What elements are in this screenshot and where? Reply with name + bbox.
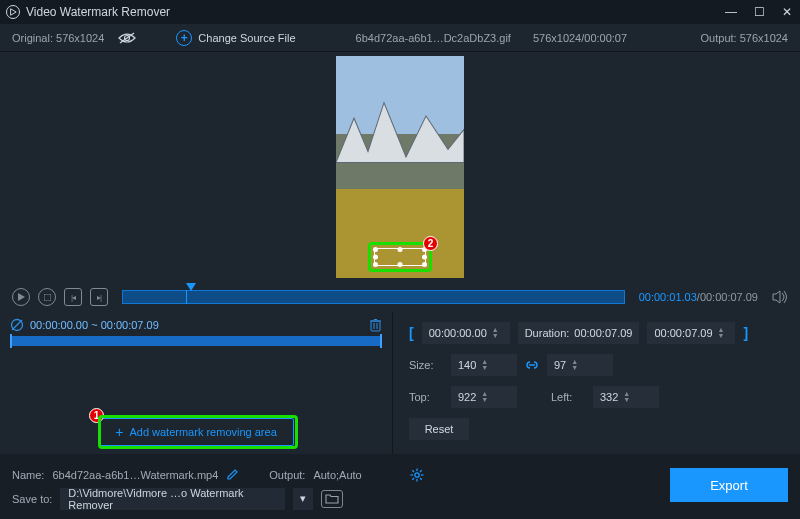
volume-icon[interactable] <box>772 290 788 304</box>
timeline-scrubber[interactable] <box>122 290 625 304</box>
size-label: Size: <box>409 359 443 371</box>
watermark-list-pane: 00:00:00.00 ~ 00:00:07.09 1 + Add waterm… <box>0 312 393 454</box>
annotation-badge-1: 1 <box>89 408 104 423</box>
step-forward-button[interactable]: ▸| <box>90 288 108 306</box>
height-field[interactable]: 97 ▲▼ <box>547 354 613 376</box>
change-source-button[interactable]: + Change Source File <box>176 30 295 46</box>
duration-label: Duration: <box>525 327 570 339</box>
preview-frame[interactable]: 2 <box>336 56 464 278</box>
svg-line-20 <box>412 470 414 472</box>
svg-rect-6 <box>44 294 51 301</box>
save-path-dropdown[interactable]: ▾ <box>293 488 313 510</box>
stop-button[interactable] <box>38 288 56 306</box>
left-label: Left: <box>551 391 585 403</box>
edit-name-icon[interactable] <box>226 468 239 481</box>
titlebar: Video Watermark Remover — ☐ ✕ <box>0 0 800 24</box>
watermark-track[interactable] <box>10 336 382 346</box>
left-field[interactable]: 332 ▲▼ <box>593 386 659 408</box>
top-field[interactable]: 922 ▲▼ <box>451 386 517 408</box>
transport-bar: |◂ ▸| 00:00:01.03/00:00:07.09 <box>0 282 800 312</box>
set-start-bracket[interactable]: [ <box>409 325 414 341</box>
output-format: Auto;Auto <box>313 469 361 481</box>
aspect-lock-icon[interactable] <box>525 359 539 371</box>
playhead-line <box>186 290 187 304</box>
set-end-bracket[interactable]: ] <box>743 325 748 341</box>
watermark-selection[interactable] <box>374 248 426 266</box>
svg-line-21 <box>420 478 422 480</box>
plus-icon: + <box>115 424 123 440</box>
source-dims-duration: 576x1024/00:00:07 <box>533 32 627 44</box>
output-label: Output: <box>269 469 305 481</box>
reset-button[interactable]: Reset <box>409 418 469 440</box>
end-time-field[interactable]: 00:00:07.09 ▲▼ <box>647 322 735 344</box>
time-readout: 00:00:01.03/00:00:07.09 <box>639 291 758 303</box>
resize-handle-tc[interactable] <box>398 247 403 252</box>
add-watermark-area-button[interactable]: + Add watermark removing area <box>99 418 294 446</box>
preview-area: 2 <box>0 52 800 282</box>
resize-handle-bc[interactable] <box>398 262 403 267</box>
export-button[interactable]: Export <box>670 468 788 502</box>
close-button[interactable]: ✕ <box>780 5 794 19</box>
resize-handle-br[interactable] <box>422 262 427 267</box>
annotation-badge-2: 2 <box>423 236 438 251</box>
save-path-field[interactable]: D:\Vidmore\Vidmore …o Watermark Remover <box>60 488 285 510</box>
resize-handle-bl[interactable] <box>373 262 378 267</box>
svg-marker-7 <box>773 291 780 303</box>
svg-line-23 <box>412 478 414 480</box>
watermark-time-range: 00:00:00.00 ~ 00:00:07.09 <box>30 319 159 331</box>
browse-folder-button[interactable] <box>321 490 343 508</box>
maximize-button[interactable]: ☐ <box>752 5 766 19</box>
footer: Name: 6b4d72aa-a6b1…Watermark.mp4 Output… <box>0 454 800 519</box>
delete-watermark-button[interactable] <box>369 318 382 332</box>
duration-field[interactable]: Duration:00:00:07.09 <box>518 322 640 344</box>
original-dimensions: Original: 576x1024 <box>12 32 104 44</box>
minimize-button[interactable]: — <box>724 5 738 19</box>
parameters-pane: [ 00:00:00.00 ▲▼ Duration:00:00:07.09 00… <box>393 312 800 454</box>
svg-point-15 <box>415 472 419 476</box>
svg-marker-3 <box>336 103 464 163</box>
saveto-label: Save to: <box>12 493 52 505</box>
start-time-spinner[interactable]: ▲▼ <box>492 327 499 339</box>
width-spinner[interactable]: ▲▼ <box>481 359 488 371</box>
app-logo-icon <box>6 5 20 19</box>
watermark-area-icon <box>10 318 24 332</box>
output-settings-icon[interactable] <box>410 468 424 482</box>
svg-rect-10 <box>371 321 380 331</box>
height-spinner[interactable]: ▲▼ <box>571 359 578 371</box>
svg-line-22 <box>420 470 422 472</box>
left-spinner[interactable]: ▲▼ <box>623 391 630 403</box>
info-bar: Original: 576x1024 + Change Source File … <box>0 24 800 52</box>
playhead-icon[interactable] <box>186 283 196 291</box>
output-name: 6b4d72aa-a6b1…Watermark.mp4 <box>52 469 218 481</box>
watermark-entry[interactable]: 00:00:00.00 ~ 00:00:07.09 <box>10 318 382 332</box>
name-label: Name: <box>12 469 44 481</box>
app-title: Video Watermark Remover <box>26 5 170 19</box>
change-source-label: Change Source File <box>198 32 295 44</box>
resize-handle-tl[interactable] <box>373 247 378 252</box>
preview-toggle-icon[interactable] <box>118 32 136 44</box>
resize-handle-ml[interactable] <box>373 255 378 260</box>
source-filename: 6b4d72aa-a6b1…Dc2aDbZ3.gif <box>356 32 511 44</box>
plus-circle-icon: + <box>176 30 192 46</box>
add-area-label: Add watermark removing area <box>129 426 276 438</box>
top-spinner[interactable]: ▲▼ <box>481 391 488 403</box>
resize-handle-mr[interactable] <box>422 255 427 260</box>
width-field[interactable]: 140 ▲▼ <box>451 354 517 376</box>
step-back-button[interactable]: |◂ <box>64 288 82 306</box>
end-time-spinner[interactable]: ▲▼ <box>718 327 725 339</box>
output-dimensions: Output: 576x1024 <box>701 32 788 44</box>
svg-marker-5 <box>18 293 25 301</box>
top-label: Top: <box>409 391 443 403</box>
play-button[interactable] <box>12 288 30 306</box>
svg-marker-0 <box>11 9 17 15</box>
current-time: 00:00:01.03 <box>639 291 697 303</box>
total-duration: 00:00:07.09 <box>700 291 758 303</box>
watermark-selection-highlight: 2 <box>368 242 432 272</box>
start-time-field[interactable]: 00:00:00.00 ▲▼ <box>422 322 510 344</box>
